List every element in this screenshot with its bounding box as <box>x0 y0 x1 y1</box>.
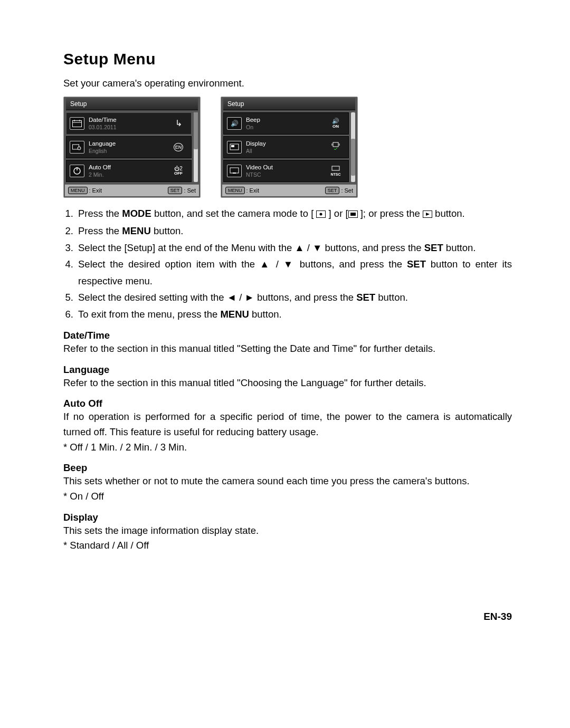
section-title: Display <box>63 512 512 523</box>
setup-row-display[interactable]: Display All <box>223 136 349 158</box>
section-body: Refer to the section in this manual titl… <box>63 376 512 391</box>
row-label: Beep <box>246 117 326 123</box>
row-label: Language <box>89 140 169 147</box>
svg-rect-0 <box>73 121 82 127</box>
autooff-status-icon: ⏻2 OFF <box>169 166 188 176</box>
page-title: Setup Menu <box>63 50 512 68</box>
set-label: : Set <box>184 187 196 194</box>
screenshot-row: Setup Date/Time 03.01.2011 ↳ <box>63 97 512 198</box>
step-4: Select the desired option item with the … <box>76 256 512 289</box>
section-options: * Standard / All / Off <box>63 538 512 553</box>
display-status-icon <box>326 142 345 153</box>
row-label: Video Out <box>246 164 326 171</box>
row-label: Date/Time <box>89 117 169 123</box>
step-5: Select the desired setting with the ◄ / … <box>76 289 512 305</box>
svg-point-5 <box>78 147 81 150</box>
enter-arrow-icon: ↳ <box>169 119 188 128</box>
menu-button-icon: MENU <box>68 187 88 194</box>
row-value: 2 Min. <box>89 171 169 178</box>
scrollbar[interactable] <box>351 112 355 182</box>
camera-video-icon <box>348 206 358 223</box>
page-number: EN-39 <box>483 611 512 622</box>
step-3: Select the [Setup] at the end of the Men… <box>76 240 512 256</box>
section-autooff: Auto Off If no operation is performed fo… <box>63 398 512 455</box>
instruction-list: Press the MODE button, and set the camer… <box>63 205 512 322</box>
section-body: This sets whether or not to mute the cam… <box>63 474 512 489</box>
row-label: Auto Off <box>89 164 169 171</box>
beep-icon: 🔊 <box>227 117 242 130</box>
section-body: This sets the image information display … <box>63 523 512 539</box>
section-datetime: Date/Time Refer to the section in this m… <box>63 330 512 357</box>
section-options: * Off / 1 Min. / 2 Min. / 3 Min. <box>63 440 512 455</box>
setup-row-language[interactable]: Language English EN <box>66 136 192 158</box>
section-options: * On / Off <box>63 489 512 504</box>
section-beep: Beep This sets whether or not to mute th… <box>63 462 512 504</box>
set-button-icon: SET <box>168 187 183 194</box>
set-button-icon: SET <box>325 187 340 194</box>
screen-header: Setup <box>223 98 355 110</box>
setup-screen-left: Setup Date/Time 03.01.2011 ↳ <box>63 97 201 198</box>
setup-row-autooff[interactable]: Auto Off 2 Min. ⏻2 OFF <box>66 160 192 182</box>
row-value: 03.01.2011 <box>89 124 169 130</box>
section-title: Language <box>63 364 512 376</box>
svg-rect-19 <box>350 213 356 216</box>
setup-screen-right: Setup 🔊 Beep On 🔊 ON <box>221 97 358 198</box>
autooff-icon <box>70 165 84 177</box>
section-language: Language Refer to the section in this ma… <box>63 364 512 391</box>
section-title: Beep <box>63 462 512 474</box>
section-title: Auto Off <box>63 398 512 409</box>
menu-button-icon: MENU <box>225 187 245 194</box>
exit-label: : Exit <box>89 187 102 194</box>
row-value: NTSC <box>246 171 326 178</box>
row-value: On <box>246 124 326 130</box>
section-body: Refer to the section in this manual titl… <box>63 341 512 357</box>
svg-rect-13 <box>230 168 239 173</box>
section-title: Date/Time <box>63 330 512 341</box>
beep-status-icon: 🔊 ON <box>326 118 345 129</box>
video-icon <box>227 165 242 177</box>
camera-photo-icon <box>316 206 326 223</box>
display-icon <box>227 141 242 154</box>
page-subtitle: Set your camera's operating environment. <box>63 78 512 89</box>
row-label: Display <box>246 140 326 147</box>
exit-label: : Exit <box>246 187 259 194</box>
datetime-icon <box>70 117 84 130</box>
screen-footer: MENU : Exit SET : Set <box>65 184 199 196</box>
section-body: If no operation is performed for a speci… <box>63 409 512 439</box>
svg-marker-21 <box>426 213 430 216</box>
language-en-icon: EN <box>169 143 188 151</box>
screen-footer: MENU : Exit SET : Set <box>222 184 356 196</box>
svg-rect-10 <box>333 142 338 147</box>
play-icon <box>423 206 432 223</box>
videoout-status-icon: NTSC <box>326 166 345 176</box>
step-6: To exit from the menu, press the MENU bu… <box>76 306 512 322</box>
setup-row-beep[interactable]: 🔊 Beep On 🔊 ON <box>223 112 349 135</box>
section-display: Display This sets the image information … <box>63 512 512 553</box>
row-value: All <box>246 148 326 154</box>
svg-rect-15 <box>332 166 339 170</box>
scrollbar[interactable] <box>194 112 198 182</box>
setup-row-videoout[interactable]: Video Out NTSC NTSC <box>223 160 349 182</box>
row-value: English <box>89 148 169 154</box>
svg-point-17 <box>320 213 322 216</box>
step-1: Press the MODE button, and set the camer… <box>76 205 512 223</box>
svg-rect-9 <box>231 145 234 147</box>
setup-row-datetime[interactable]: Date/Time 03.01.2011 ↳ <box>66 112 192 135</box>
set-label: : Set <box>341 187 353 194</box>
screen-header: Setup <box>66 98 198 110</box>
language-icon <box>70 141 84 154</box>
step-2: Press the MENU button. <box>76 223 512 239</box>
